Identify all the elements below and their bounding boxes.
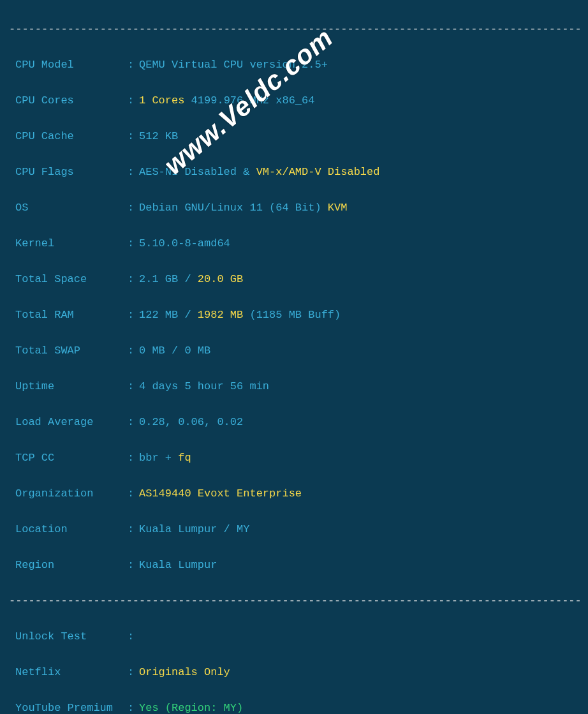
value: Yes (Region: MY) (139, 702, 243, 714)
value: QEMU Virtual CPU version 2.5+ (139, 59, 328, 71)
separator: ----------------------------------------… (9, 20, 579, 38)
colon: : (128, 664, 139, 681)
row-unlock-header: Unlock Test: (9, 628, 579, 646)
row-netflix: Netflix:Originals Only (9, 664, 579, 681)
value: 1 Cores (139, 94, 184, 107)
value: 20.0 GB (198, 273, 243, 285)
colon: : (128, 163, 139, 181)
label: Total RAM (15, 306, 128, 324)
label: OS (15, 199, 128, 217)
label: Uptime (15, 378, 128, 396)
colon: : (128, 449, 139, 467)
value: bbr + (139, 452, 178, 464)
colon: : (128, 235, 139, 253)
value: KVM (328, 202, 348, 214)
separator: ----------------------------------------… (9, 592, 579, 610)
terminal-output: ----------------------------------------… (0, 0, 588, 714)
value: AES-NI Disabled & (139, 166, 256, 178)
value: Debian GNU/Linux 11 (64 Bit) (139, 202, 328, 214)
value: 512 KB (139, 130, 178, 142)
colon: : (128, 92, 139, 110)
colon: : (128, 485, 139, 503)
value: 4199.976 MHz x86_64 (184, 94, 314, 107)
colon: : (128, 342, 139, 360)
label: TCP CC (15, 449, 128, 467)
label: CPU Cores (15, 92, 128, 110)
row-total-space: Total Space:2.1 GB / 20.0 GB (9, 271, 579, 288)
value: 5.10.0-8-amd64 (139, 237, 230, 249)
label: Load Average (15, 413, 128, 431)
colon: : (128, 378, 139, 396)
value: 1982 MB (198, 309, 250, 321)
label: Region (15, 556, 128, 574)
value: AS149440 Evoxt Enterprise (139, 487, 302, 500)
label: Total SWAP (15, 342, 128, 360)
row-total-swap: Total SWAP:0 MB / 0 MB (9, 342, 579, 360)
value: Kuala Lumpur (139, 559, 217, 571)
colon: : (128, 628, 139, 646)
colon: : (128, 699, 139, 714)
row-uptime: Uptime:4 days 5 hour 56 min (9, 378, 579, 396)
row-youtube-premium: YouTube Premium:Yes (Region: MY) (9, 699, 579, 714)
value: 2.1 GB / (139, 273, 198, 285)
row-org: Organization:AS149440 Evoxt Enterprise (9, 485, 579, 503)
colon: : (128, 128, 139, 145)
label: Organization (15, 485, 128, 503)
row-total-ram: Total RAM:122 MB / 1982 MB (1185 MB Buff… (9, 306, 579, 324)
label: Kernel (15, 235, 128, 253)
row-region: Region:Kuala Lumpur (9, 556, 579, 574)
value: 122 MB / (139, 309, 198, 321)
value: Kuala Lumpur / MY (139, 523, 249, 535)
value: 0 MB / 0 MB (139, 345, 210, 357)
label: CPU Cache (15, 128, 128, 145)
label: Netflix (15, 664, 128, 681)
row-cpu-flags: CPU Flags:AES-NI Disabled & VM-x/AMD-V D… (9, 163, 579, 181)
value: (1185 MB Buff) (249, 309, 341, 321)
label: Total Space (15, 271, 128, 288)
label: CPU Flags (15, 163, 128, 181)
label: CPU Model (15, 56, 128, 74)
value: fq (178, 452, 191, 464)
row-cpu-cache: CPU Cache:512 KB (9, 128, 579, 145)
colon: : (128, 199, 139, 217)
value: VM-x/AMD-V Disabled (256, 166, 380, 178)
colon: : (128, 556, 139, 574)
colon: : (128, 56, 139, 74)
row-location: Location:Kuala Lumpur / MY (9, 521, 579, 539)
row-kernel: Kernel:5.10.0-8-amd64 (9, 235, 579, 253)
row-tcp-cc: TCP CC:bbr + fq (9, 449, 579, 467)
colon: : (128, 306, 139, 324)
value: 4 days 5 hour 56 min (139, 380, 269, 392)
value: 0.28, 0.06, 0.02 (139, 416, 243, 428)
colon: : (128, 413, 139, 431)
colon: : (128, 271, 139, 288)
label: Unlock Test (15, 628, 128, 646)
value: Originals Only (139, 666, 230, 678)
row-cpu-cores: CPU Cores:1 Cores 4199.976 MHz x86_64 (9, 92, 579, 110)
label: YouTube Premium (15, 699, 128, 714)
label: Location (15, 521, 128, 539)
row-cpu-model: CPU Model:QEMU Virtual CPU version 2.5+ (9, 56, 579, 74)
row-os: OS:Debian GNU/Linux 11 (64 Bit) KVM (9, 199, 579, 217)
row-load-avg: Load Average:0.28, 0.06, 0.02 (9, 413, 579, 431)
colon: : (128, 521, 139, 539)
